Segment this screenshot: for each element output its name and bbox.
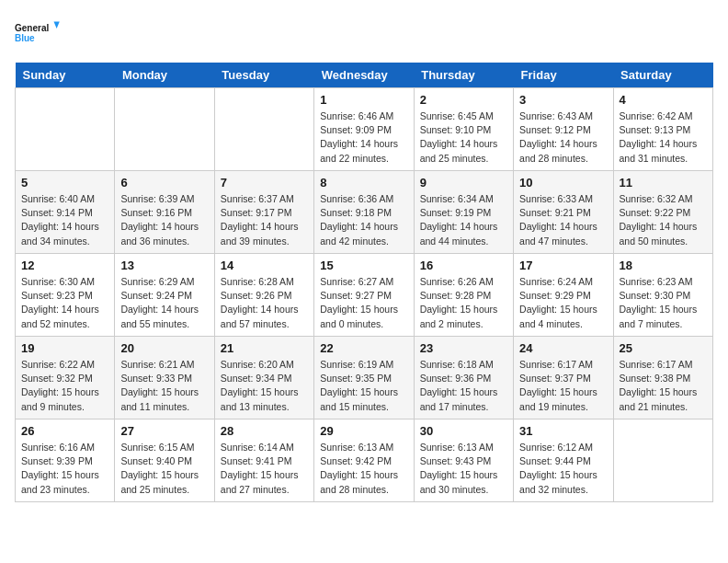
- cell-info: Sunrise: 6:36 AM Sunset: 9:18 PM Dayligh…: [320, 192, 407, 248]
- cell-info: Sunrise: 6:46 AM Sunset: 9:09 PM Dayligh…: [320, 109, 407, 166]
- calendar-header-row: SundayMondayTuesdayWednesdayThursdayFrid…: [16, 63, 713, 88]
- day-number: 7: [221, 176, 308, 190]
- calendar-week-row: 5Sunrise: 6:40 AM Sunset: 9:14 PM Daylig…: [16, 171, 713, 254]
- day-number: 12: [21, 259, 108, 272]
- cell-info: Sunrise: 6:20 AM Sunset: 9:34 PM Dayligh…: [221, 358, 308, 414]
- calendar-cell: 11Sunrise: 6:32 AM Sunset: 9:22 PM Dayli…: [613, 171, 712, 254]
- cell-info: Sunrise: 6:33 AM Sunset: 9:21 PM Dayligh…: [519, 192, 607, 248]
- cell-info: Sunrise: 6:17 AM Sunset: 9:37 PM Dayligh…: [519, 358, 607, 414]
- calendar-cell: 19Sunrise: 6:22 AM Sunset: 9:32 PM Dayli…: [16, 337, 115, 419]
- page-header: General Blue: [15, 15, 713, 52]
- cell-info: Sunrise: 6:45 AM Sunset: 9:10 PM Dayligh…: [420, 109, 507, 166]
- logo: General Blue: [15, 15, 61, 52]
- day-number: 17: [519, 259, 607, 272]
- day-number: 28: [221, 424, 308, 438]
- calendar-cell: 2Sunrise: 6:45 AM Sunset: 9:10 PM Daylig…: [414, 88, 513, 171]
- calendar-cell: 10Sunrise: 6:33 AM Sunset: 9:21 PM Dayli…: [514, 171, 613, 254]
- day-number: 22: [320, 341, 407, 355]
- cell-info: Sunrise: 6:43 AM Sunset: 9:12 PM Dayligh…: [519, 109, 607, 166]
- cell-info: Sunrise: 6:13 AM Sunset: 9:43 PM Dayligh…: [420, 441, 507, 497]
- svg-marker-2: [54, 22, 60, 29]
- calendar-cell: 18Sunrise: 6:23 AM Sunset: 9:30 PM Dayli…: [613, 254, 712, 337]
- cell-info: Sunrise: 6:26 AM Sunset: 9:28 PM Dayligh…: [420, 275, 507, 331]
- calendar-cell: 7Sunrise: 6:37 AM Sunset: 9:17 PM Daylig…: [214, 171, 313, 254]
- calendar-cell: 3Sunrise: 6:43 AM Sunset: 9:12 PM Daylig…: [514, 88, 613, 171]
- cell-info: Sunrise: 6:30 AM Sunset: 9:23 PM Dayligh…: [21, 275, 108, 331]
- logo-svg: General Blue: [15, 15, 61, 52]
- calendar-cell: 16Sunrise: 6:26 AM Sunset: 9:28 PM Dayli…: [414, 254, 513, 337]
- header-wednesday: Wednesday: [314, 63, 414, 88]
- calendar-cell: 30Sunrise: 6:13 AM Sunset: 9:43 PM Dayli…: [414, 419, 513, 502]
- calendar-cell: 13Sunrise: 6:29 AM Sunset: 9:24 PM Dayli…: [115, 254, 214, 337]
- day-number: 11: [620, 176, 707, 190]
- calendar-cell: 6Sunrise: 6:39 AM Sunset: 9:16 PM Daylig…: [115, 171, 214, 254]
- calendar-cell: 22Sunrise: 6:19 AM Sunset: 9:35 PM Dayli…: [314, 337, 414, 419]
- day-number: 30: [420, 424, 507, 438]
- cell-info: Sunrise: 6:27 AM Sunset: 9:27 PM Dayligh…: [320, 275, 407, 331]
- calendar-cell: 9Sunrise: 6:34 AM Sunset: 9:19 PM Daylig…: [414, 171, 513, 254]
- calendar-cell: 4Sunrise: 6:42 AM Sunset: 9:13 PM Daylig…: [613, 88, 712, 171]
- day-number: 16: [420, 259, 507, 272]
- day-number: 29: [320, 424, 407, 438]
- day-number: 18: [620, 259, 707, 272]
- cell-info: Sunrise: 6:37 AM Sunset: 9:17 PM Dayligh…: [221, 192, 308, 248]
- calendar-cell: 14Sunrise: 6:28 AM Sunset: 9:26 PM Dayli…: [214, 254, 313, 337]
- cell-info: Sunrise: 6:12 AM Sunset: 9:44 PM Dayligh…: [519, 441, 607, 497]
- day-number: 13: [120, 259, 208, 272]
- cell-info: Sunrise: 6:24 AM Sunset: 9:29 PM Dayligh…: [519, 275, 607, 331]
- cell-info: Sunrise: 6:15 AM Sunset: 9:40 PM Dayligh…: [120, 441, 208, 497]
- cell-info: Sunrise: 6:42 AM Sunset: 9:13 PM Dayligh…: [620, 109, 707, 166]
- day-number: 8: [320, 176, 407, 190]
- header-monday: Monday: [115, 63, 214, 88]
- calendar-cell: 23Sunrise: 6:18 AM Sunset: 9:36 PM Dayli…: [414, 337, 513, 419]
- cell-info: Sunrise: 6:13 AM Sunset: 9:42 PM Dayligh…: [320, 441, 407, 497]
- calendar-cell: 21Sunrise: 6:20 AM Sunset: 9:34 PM Dayli…: [214, 337, 313, 419]
- cell-info: Sunrise: 6:22 AM Sunset: 9:32 PM Dayligh…: [21, 358, 108, 414]
- calendar-cell: 12Sunrise: 6:30 AM Sunset: 9:23 PM Dayli…: [16, 254, 115, 337]
- calendar-cell: 8Sunrise: 6:36 AM Sunset: 9:18 PM Daylig…: [314, 171, 414, 254]
- calendar-cell: 1Sunrise: 6:46 AM Sunset: 9:09 PM Daylig…: [314, 88, 414, 171]
- calendar-cell: 17Sunrise: 6:24 AM Sunset: 9:29 PM Dayli…: [514, 254, 613, 337]
- cell-info: Sunrise: 6:16 AM Sunset: 9:39 PM Dayligh…: [21, 441, 108, 497]
- calendar-cell: 15Sunrise: 6:27 AM Sunset: 9:27 PM Dayli…: [314, 254, 414, 337]
- day-number: 4: [620, 93, 707, 107]
- calendar-week-row: 26Sunrise: 6:16 AM Sunset: 9:39 PM Dayli…: [16, 419, 713, 502]
- calendar-cell: 20Sunrise: 6:21 AM Sunset: 9:33 PM Dayli…: [115, 337, 214, 419]
- day-number: 23: [420, 341, 507, 355]
- calendar-week-row: 19Sunrise: 6:22 AM Sunset: 9:32 PM Dayli…: [16, 337, 713, 419]
- calendar-cell: 5Sunrise: 6:40 AM Sunset: 9:14 PM Daylig…: [16, 171, 115, 254]
- day-number: 20: [120, 341, 208, 355]
- header-friday: Friday: [514, 63, 613, 88]
- cell-info: Sunrise: 6:32 AM Sunset: 9:22 PM Dayligh…: [620, 192, 707, 248]
- svg-text:General: General: [15, 23, 49, 33]
- day-number: 24: [519, 341, 607, 355]
- day-number: 5: [21, 176, 108, 190]
- calendar-cell: [16, 88, 115, 171]
- header-thursday: Thursday: [414, 63, 513, 88]
- cell-info: Sunrise: 6:34 AM Sunset: 9:19 PM Dayligh…: [420, 192, 507, 248]
- calendar-cell: [214, 88, 313, 171]
- calendar-cell: [613, 419, 712, 502]
- cell-info: Sunrise: 6:40 AM Sunset: 9:14 PM Dayligh…: [21, 192, 108, 248]
- header-sunday: Sunday: [16, 63, 115, 88]
- cell-info: Sunrise: 6:29 AM Sunset: 9:24 PM Dayligh…: [120, 275, 208, 331]
- day-number: 15: [320, 259, 407, 272]
- cell-info: Sunrise: 6:21 AM Sunset: 9:33 PM Dayligh…: [120, 358, 208, 414]
- header-tuesday: Tuesday: [214, 63, 313, 88]
- cell-info: Sunrise: 6:28 AM Sunset: 9:26 PM Dayligh…: [221, 275, 308, 331]
- cell-info: Sunrise: 6:17 AM Sunset: 9:38 PM Dayligh…: [620, 358, 707, 414]
- day-number: 27: [120, 424, 208, 438]
- day-number: 19: [21, 341, 108, 355]
- calendar-cell: 26Sunrise: 6:16 AM Sunset: 9:39 PM Dayli…: [16, 419, 115, 502]
- cell-info: Sunrise: 6:23 AM Sunset: 9:30 PM Dayligh…: [620, 275, 707, 331]
- calendar-cell: 31Sunrise: 6:12 AM Sunset: 9:44 PM Dayli…: [514, 419, 613, 502]
- calendar-cell: 24Sunrise: 6:17 AM Sunset: 9:37 PM Dayli…: [514, 337, 613, 419]
- day-number: 26: [21, 424, 108, 438]
- cell-info: Sunrise: 6:39 AM Sunset: 9:16 PM Dayligh…: [120, 192, 208, 248]
- day-number: 31: [519, 424, 607, 438]
- calendar-table: SundayMondayTuesdayWednesdayThursdayFrid…: [15, 63, 713, 502]
- calendar-cell: 28Sunrise: 6:14 AM Sunset: 9:41 PM Dayli…: [214, 419, 313, 502]
- day-number: 14: [221, 259, 308, 272]
- calendar-cell: [115, 88, 214, 171]
- cell-info: Sunrise: 6:14 AM Sunset: 9:41 PM Dayligh…: [221, 441, 308, 497]
